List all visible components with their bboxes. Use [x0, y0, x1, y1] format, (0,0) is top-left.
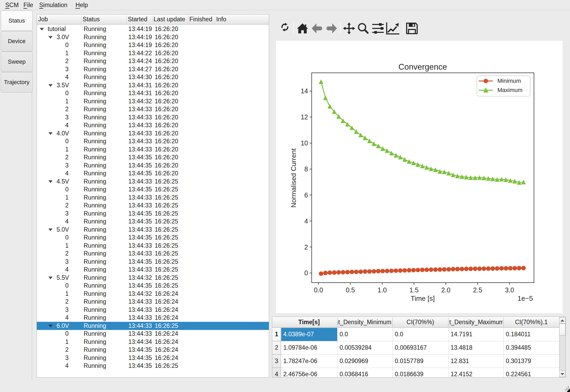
- svg-text:Convergence: Convergence: [399, 62, 447, 72]
- svg-text:0.5: 0.5: [346, 286, 355, 294]
- svg-text:2: 2: [304, 243, 308, 251]
- svg-text:8: 8: [304, 165, 308, 173]
- svg-text:14: 14: [301, 87, 308, 95]
- svg-text:2.5: 2.5: [473, 286, 482, 294]
- svg-text:3.0: 3.0: [505, 286, 514, 294]
- svg-text:1.0: 1.0: [378, 286, 387, 294]
- svg-text:0.0: 0.0: [314, 286, 323, 294]
- svg-text:10: 10: [301, 139, 308, 147]
- svg-text:Normalised Current: Normalised Current: [290, 148, 297, 208]
- svg-text:1e−5: 1e−5: [517, 294, 533, 302]
- svg-text:2.0: 2.0: [441, 286, 451, 294]
- svg-text:4: 4: [304, 217, 308, 225]
- svg-text:Minimum: Minimum: [497, 78, 521, 84]
- svg-text:12: 12: [301, 113, 308, 121]
- svg-text:0: 0: [304, 269, 308, 277]
- svg-text:Time [s]: Time [s]: [411, 294, 435, 302]
- svg-text:Maximum: Maximum: [497, 87, 522, 93]
- svg-text:1.5: 1.5: [410, 286, 419, 294]
- svg-text:6: 6: [304, 191, 308, 199]
